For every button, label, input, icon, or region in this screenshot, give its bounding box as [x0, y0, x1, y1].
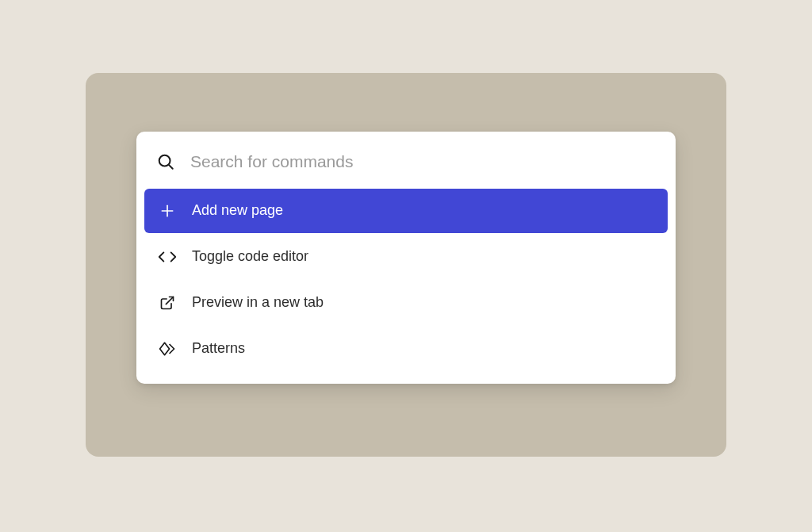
search-icon: [155, 152, 176, 171]
external-link-icon: [157, 293, 178, 312]
patterns-icon: [157, 339, 178, 358]
command-item-preview-new-tab[interactable]: Preview in a new tab: [144, 281, 668, 325]
command-label: Preview in a new tab: [192, 294, 324, 312]
command-label: Add new page: [192, 202, 283, 220]
search-input[interactable]: [190, 152, 657, 171]
command-label: Toggle code editor: [192, 248, 308, 266]
search-row: [136, 138, 676, 186]
command-item-toggle-code-editor[interactable]: Toggle code editor: [144, 235, 668, 279]
backdrop-container: Add new page Toggle code editor: [86, 73, 726, 457]
command-item-patterns[interactable]: Patterns: [144, 327, 668, 371]
command-palette: Add new page Toggle code editor: [136, 132, 676, 384]
command-label: Patterns: [192, 340, 245, 358]
plus-icon: [157, 201, 178, 220]
svg-line-4: [166, 297, 173, 304]
command-item-add-new-page[interactable]: Add new page: [144, 189, 668, 233]
svg-line-1: [169, 165, 173, 169]
command-list: Add new page Toggle code editor: [136, 186, 676, 371]
code-icon: [157, 247, 178, 266]
